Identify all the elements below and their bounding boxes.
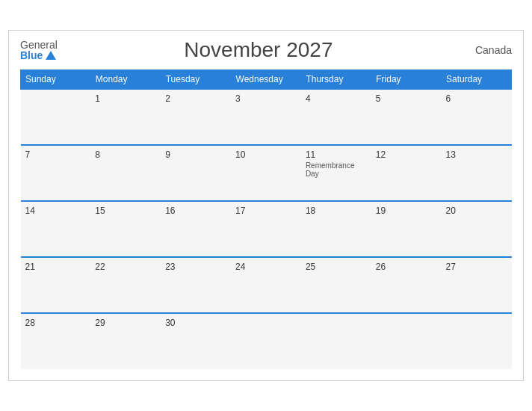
calendar-week-row: 21222324252627 bbox=[21, 257, 512, 313]
day-number: 27 bbox=[446, 262, 507, 272]
calendar-cell bbox=[442, 313, 512, 369]
logo: General Blue bbox=[20, 40, 58, 61]
calendar-cell: 15 bbox=[90, 201, 161, 257]
day-number: 16 bbox=[165, 206, 226, 216]
day-number: 3 bbox=[235, 93, 297, 104]
calendar-cell: 1 bbox=[90, 89, 161, 145]
day-number: 1 bbox=[95, 93, 156, 104]
logo-triangle-icon bbox=[46, 51, 56, 60]
calendar-country: Canada bbox=[460, 44, 512, 56]
day-number: 26 bbox=[376, 262, 437, 272]
logo-general-text: General bbox=[20, 40, 58, 50]
calendar-cell bbox=[231, 313, 301, 369]
calendar-cell: 18 bbox=[301, 201, 371, 257]
calendar-cell: 9 bbox=[161, 145, 231, 201]
calendar-cell bbox=[301, 313, 371, 369]
calendar-title: November 2027 bbox=[58, 38, 460, 62]
day-number: 18 bbox=[306, 206, 367, 216]
day-number: 6 bbox=[446, 93, 507, 104]
calendar-week-row: 7891011Remembrance Day1213 bbox=[21, 145, 512, 201]
calendar-cell: 28 bbox=[21, 313, 91, 369]
calendar-cell: 19 bbox=[371, 201, 442, 257]
calendar-cell: 6 bbox=[442, 89, 512, 145]
day-number: 11 bbox=[306, 149, 367, 160]
calendar-cell bbox=[21, 89, 91, 145]
day-number: 23 bbox=[165, 262, 226, 272]
calendar-cell bbox=[371, 313, 442, 369]
weekday-header-sunday: Sunday bbox=[21, 70, 91, 90]
day-number: 22 bbox=[95, 262, 156, 272]
calendar-cell: 25 bbox=[301, 257, 371, 313]
day-number: 19 bbox=[376, 206, 437, 216]
calendar-cell: 12 bbox=[371, 145, 442, 201]
day-number: 8 bbox=[95, 149, 156, 160]
day-number: 30 bbox=[165, 318, 226, 328]
day-number: 17 bbox=[235, 206, 297, 216]
weekday-header-monday: Monday bbox=[90, 70, 161, 90]
calendar-cell: 5 bbox=[371, 89, 442, 145]
day-number: 28 bbox=[25, 318, 87, 328]
calendar-cell: 22 bbox=[90, 257, 161, 313]
calendar-week-row: 123456 bbox=[21, 89, 512, 145]
calendar-cell: 30 bbox=[161, 313, 231, 369]
day-number: 12 bbox=[376, 149, 437, 160]
weekday-header-friday: Friday bbox=[371, 70, 442, 90]
calendar-cell: 17 bbox=[231, 201, 301, 257]
calendar-cell: 20 bbox=[442, 201, 512, 257]
day-number: 24 bbox=[235, 262, 297, 272]
calendar-week-row: 14151617181920 bbox=[21, 201, 512, 257]
calendar-week-row: 282930 bbox=[21, 313, 512, 369]
day-number: 20 bbox=[446, 206, 507, 216]
calendar-container: General Blue November 2027 Canada Sunday… bbox=[8, 30, 524, 381]
day-number: 9 bbox=[165, 149, 226, 160]
calendar-cell: 14 bbox=[21, 201, 91, 257]
day-number: 14 bbox=[25, 206, 87, 216]
day-number: 10 bbox=[235, 149, 297, 160]
calendar-cell: 2 bbox=[161, 89, 231, 145]
day-number: 5 bbox=[376, 93, 437, 104]
calendar-cell: 29 bbox=[90, 313, 161, 369]
day-number: 25 bbox=[306, 262, 367, 272]
calendar-cell: 10 bbox=[231, 145, 301, 201]
weekday-header-row: SundayMondayTuesdayWednesdayThursdayFrid… bbox=[21, 70, 512, 90]
calendar-cell: 24 bbox=[231, 257, 301, 313]
day-number: 15 bbox=[95, 206, 156, 216]
calendar-cell: 16 bbox=[161, 201, 231, 257]
calendar-cell: 11Remembrance Day bbox=[301, 145, 371, 201]
day-number: 7 bbox=[25, 149, 87, 160]
day-number: 2 bbox=[165, 93, 226, 104]
calendar-cell: 3 bbox=[231, 89, 301, 145]
calendar-cell: 8 bbox=[90, 145, 161, 201]
weekday-header-wednesday: Wednesday bbox=[231, 70, 301, 90]
calendar-grid: SundayMondayTuesdayWednesdayThursdayFrid… bbox=[20, 69, 512, 369]
day-number: 21 bbox=[25, 262, 87, 272]
calendar-cell: 7 bbox=[21, 145, 91, 201]
calendar-cell: 4 bbox=[301, 89, 371, 145]
calendar-header: General Blue November 2027 Canada bbox=[20, 38, 512, 62]
calendar-cell: 23 bbox=[161, 257, 231, 313]
weekday-header-tuesday: Tuesday bbox=[161, 70, 231, 90]
day-event: Remembrance Day bbox=[306, 161, 367, 178]
day-number: 29 bbox=[95, 318, 156, 328]
calendar-cell: 26 bbox=[371, 257, 442, 313]
day-number: 13 bbox=[446, 149, 507, 160]
calendar-cell: 27 bbox=[442, 257, 512, 313]
calendar-cell: 21 bbox=[21, 257, 91, 313]
calendar-cell: 13 bbox=[442, 145, 512, 201]
day-number: 4 bbox=[306, 93, 367, 104]
weekday-header-thursday: Thursday bbox=[301, 70, 371, 90]
weekday-header-saturday: Saturday bbox=[442, 70, 512, 90]
logo-blue-text: Blue bbox=[20, 50, 58, 61]
